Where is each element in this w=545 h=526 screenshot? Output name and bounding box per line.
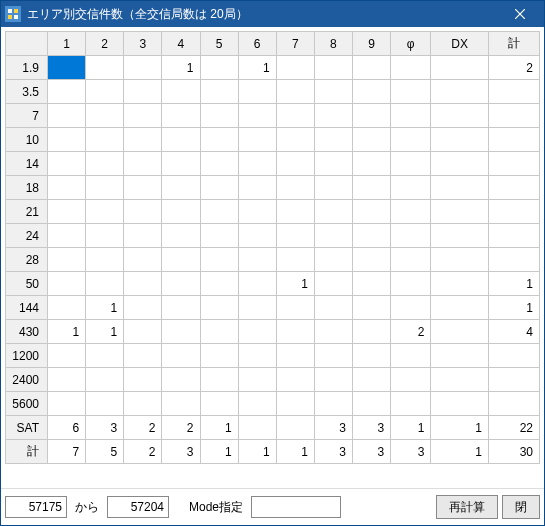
cell[interactable] xyxy=(86,224,124,248)
cell[interactable] xyxy=(238,272,276,296)
cell[interactable] xyxy=(431,152,488,176)
cell[interactable] xyxy=(48,368,86,392)
cell[interactable] xyxy=(276,80,314,104)
cell[interactable] xyxy=(276,104,314,128)
cell[interactable]: 1 xyxy=(162,56,200,80)
cell[interactable] xyxy=(48,392,86,416)
cell[interactable] xyxy=(200,80,238,104)
cell[interactable] xyxy=(162,224,200,248)
cell[interactable] xyxy=(48,224,86,248)
cell[interactable] xyxy=(353,200,391,224)
cell[interactable] xyxy=(353,296,391,320)
cell[interactable] xyxy=(162,176,200,200)
cell[interactable]: 1 xyxy=(238,56,276,80)
cell[interactable]: 1 xyxy=(276,440,314,464)
cell[interactable] xyxy=(276,176,314,200)
cell[interactable] xyxy=(353,248,391,272)
cell[interactable] xyxy=(314,368,352,392)
cell[interactable] xyxy=(48,80,86,104)
cell[interactable] xyxy=(314,128,352,152)
cell[interactable] xyxy=(200,176,238,200)
cell[interactable] xyxy=(200,128,238,152)
cell[interactable]: 1 xyxy=(86,320,124,344)
cell[interactable] xyxy=(238,224,276,248)
cell[interactable] xyxy=(488,344,539,368)
cell[interactable] xyxy=(391,368,431,392)
cell[interactable] xyxy=(314,248,352,272)
col-header[interactable]: 7 xyxy=(276,32,314,56)
cell[interactable]: 3 xyxy=(314,416,352,440)
cell[interactable] xyxy=(162,80,200,104)
col-header[interactable]: 1 xyxy=(48,32,86,56)
cell[interactable] xyxy=(162,128,200,152)
cell[interactable] xyxy=(391,200,431,224)
cell[interactable] xyxy=(431,392,488,416)
cell[interactable] xyxy=(48,296,86,320)
cell[interactable] xyxy=(431,320,488,344)
row-header[interactable]: SAT xyxy=(6,416,48,440)
cell[interactable] xyxy=(124,392,162,416)
cell[interactable] xyxy=(353,368,391,392)
cell[interactable] xyxy=(391,272,431,296)
cell[interactable] xyxy=(431,56,488,80)
cell[interactable] xyxy=(238,152,276,176)
cell[interactable] xyxy=(276,320,314,344)
cell[interactable]: 1 xyxy=(431,440,488,464)
cell[interactable] xyxy=(391,128,431,152)
cell[interactable] xyxy=(162,104,200,128)
cell[interactable] xyxy=(276,128,314,152)
row-header[interactable]: 430 xyxy=(6,320,48,344)
cell[interactable] xyxy=(48,152,86,176)
cell[interactable]: 2 xyxy=(124,416,162,440)
cell[interactable] xyxy=(431,344,488,368)
col-header[interactable]: 8 xyxy=(314,32,352,56)
row-header[interactable]: 3.5 xyxy=(6,80,48,104)
cell[interactable] xyxy=(124,128,162,152)
to-input[interactable] xyxy=(107,496,169,518)
cell[interactable] xyxy=(488,392,539,416)
close-button[interactable] xyxy=(500,1,540,27)
cell[interactable] xyxy=(391,176,431,200)
cell[interactable]: 4 xyxy=(488,320,539,344)
cell[interactable]: 1 xyxy=(86,296,124,320)
cell[interactable] xyxy=(431,224,488,248)
row-header[interactable]: 24 xyxy=(6,224,48,248)
cell[interactable] xyxy=(488,152,539,176)
cell[interactable] xyxy=(124,152,162,176)
cell[interactable]: 1 xyxy=(238,440,276,464)
cell[interactable]: 1 xyxy=(276,272,314,296)
cell[interactable]: 3 xyxy=(391,440,431,464)
cell[interactable] xyxy=(86,152,124,176)
cell[interactable]: 2 xyxy=(124,440,162,464)
cell[interactable] xyxy=(200,248,238,272)
cell[interactable] xyxy=(391,392,431,416)
row-header[interactable]: 50 xyxy=(6,272,48,296)
cell[interactable] xyxy=(391,152,431,176)
cell[interactable] xyxy=(238,128,276,152)
cell[interactable] xyxy=(276,344,314,368)
cell[interactable] xyxy=(200,296,238,320)
cell[interactable]: 3 xyxy=(86,416,124,440)
cell[interactable] xyxy=(162,296,200,320)
cell[interactable] xyxy=(431,104,488,128)
cell[interactable]: 1 xyxy=(488,296,539,320)
cell[interactable] xyxy=(200,152,238,176)
cell[interactable] xyxy=(488,104,539,128)
cell[interactable] xyxy=(488,368,539,392)
cell[interactable] xyxy=(353,128,391,152)
cell[interactable] xyxy=(391,224,431,248)
cell[interactable] xyxy=(238,344,276,368)
cell[interactable] xyxy=(276,200,314,224)
cell[interactable] xyxy=(314,272,352,296)
cell[interactable] xyxy=(124,104,162,128)
col-header[interactable]: 4 xyxy=(162,32,200,56)
cell[interactable] xyxy=(48,128,86,152)
cell[interactable] xyxy=(200,392,238,416)
cell[interactable]: 3 xyxy=(353,440,391,464)
cell[interactable] xyxy=(391,296,431,320)
cell[interactable] xyxy=(162,152,200,176)
cell[interactable] xyxy=(162,320,200,344)
cell[interactable] xyxy=(314,224,352,248)
cell[interactable] xyxy=(431,128,488,152)
cell[interactable] xyxy=(276,152,314,176)
